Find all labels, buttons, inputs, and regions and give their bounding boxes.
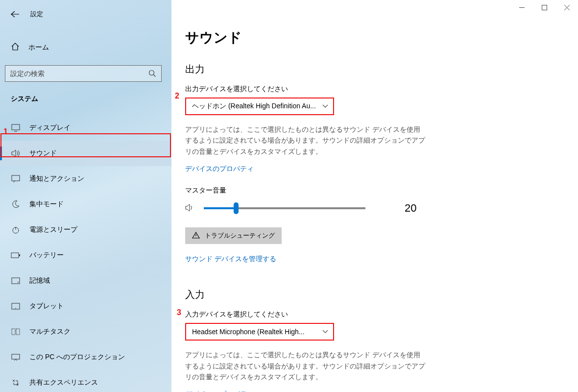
- power-icon: [11, 226, 21, 234]
- output-description: アプリによっては、ここで選択したものとは異なるサウンド デバイスを使用するように…: [185, 124, 425, 157]
- annotation-number-2: 2: [175, 92, 179, 100]
- annotation-number-1: 1: [3, 127, 8, 136]
- chevron-down-icon: [322, 330, 328, 334]
- input-description: アプリによっては、ここで選択したものとは異なるサウンド デバイスを使用するように…: [185, 349, 425, 382]
- sidebar-item-label: 記憶域: [29, 276, 50, 285]
- volume-slider[interactable]: [204, 207, 365, 209]
- sidebar-item-display[interactable]: ディスプレイ: [0, 115, 171, 141]
- page-title: サウンド: [185, 28, 578, 47]
- output-device-label: 出力デバイスを選択してください: [185, 85, 578, 94]
- annotation-number-3: 3: [177, 308, 181, 317]
- sidebar-item-label: マルチタスク: [29, 327, 71, 336]
- svg-rect-6: [11, 253, 19, 258]
- svg-rect-4: [12, 175, 20, 181]
- sidebar-item-label: この PC へのプロジェクション: [29, 353, 125, 362]
- input-device-value: Headset Microphone (Realtek High...: [192, 328, 305, 336]
- maximize-button[interactable]: [533, 0, 555, 15]
- sidebar-item-label: 共有エクスペリエンス: [29, 378, 98, 387]
- svg-point-2: [149, 71, 154, 75]
- sidebar-item-label: バッテリー: [29, 251, 64, 260]
- sidebar-item-label: 電源とスリープ: [29, 225, 77, 234]
- share-icon: [11, 379, 21, 387]
- speaker-icon[interactable]: [185, 203, 200, 214]
- sidebar-item-power[interactable]: 電源とスリープ: [0, 217, 171, 243]
- tablet-icon: [11, 303, 21, 310]
- home-icon: [11, 42, 20, 52]
- svg-rect-8: [12, 278, 20, 284]
- home-label: ホーム: [28, 43, 49, 52]
- output-heading: 出力: [185, 63, 578, 76]
- output-device-value: ヘッドホン (Realtek High Definition Au...: [192, 102, 316, 111]
- master-volume-label: マスター音量: [185, 186, 578, 195]
- back-arrow-icon[interactable]: [11, 11, 20, 18]
- close-button[interactable]: [555, 0, 578, 15]
- warning-icon: [192, 232, 200, 240]
- troubleshoot-label: トラブルシューティング: [205, 231, 275, 240]
- sound-icon: [11, 149, 21, 157]
- main-content: サウンド 出力 出力デバイスを選択してください ヘッドホン (Realtek H…: [171, 0, 578, 392]
- sidebar-item-label: 集中モード: [29, 200, 64, 209]
- sidebar: 設定 ホーム システム ディスプレイ サウンド: [0, 0, 171, 392]
- multitask-icon: [11, 328, 21, 335]
- input-device-select[interactable]: Headset Microphone (Realtek High...: [185, 323, 334, 341]
- svg-rect-14: [12, 354, 20, 359]
- sidebar-item-label: タブレット: [29, 302, 64, 311]
- svg-rect-13: [16, 329, 20, 335]
- troubleshoot-button[interactable]: トラブルシューティング: [185, 227, 282, 244]
- sidebar-item-label: ディスプレイ: [29, 123, 71, 132]
- category-header: システム: [0, 82, 171, 110]
- sidebar-item-tablet[interactable]: タブレット: [0, 294, 171, 319]
- slider-fill: [204, 207, 236, 209]
- search-field[interactable]: [10, 70, 148, 77]
- chevron-down-icon: [322, 104, 328, 108]
- search-icon: [148, 70, 156, 77]
- sidebar-item-projection[interactable]: この PC へのプロジェクション: [0, 344, 171, 370]
- sidebar-item-multitask[interactable]: マルチタスク: [0, 319, 171, 344]
- sidebar-item-storage[interactable]: 記憶域: [0, 268, 171, 294]
- svg-rect-7: [19, 254, 20, 256]
- sidebar-item-battery[interactable]: バッテリー: [0, 243, 171, 268]
- svg-point-11: [15, 308, 16, 309]
- input-heading: 入力: [185, 288, 578, 301]
- svg-rect-3: [12, 124, 20, 130]
- battery-icon: [11, 252, 21, 258]
- sidebar-item-focus[interactable]: 集中モード: [0, 192, 171, 217]
- window-controls: [510, 0, 578, 15]
- sidebar-item-notifications[interactable]: 通知とアクション: [0, 166, 171, 192]
- moon-icon: [11, 200, 21, 208]
- svg-rect-1: [542, 5, 547, 10]
- sidebar-item-sound[interactable]: サウンド: [0, 141, 171, 166]
- storage-icon: [11, 277, 21, 284]
- notifications-icon: [11, 175, 21, 183]
- input-device-properties-link[interactable]: デバイスのプロパティ: [185, 390, 254, 392]
- input-device-label: 入力デバイスを選択してください: [185, 310, 578, 319]
- sidebar-item-label: 通知とアクション: [29, 174, 84, 183]
- projection-icon: [11, 354, 21, 361]
- manage-sound-devices-link[interactable]: サウンド デバイスを管理する: [185, 255, 276, 264]
- svg-point-9: [18, 282, 19, 283]
- output-device-select[interactable]: ヘッドホン (Realtek High Definition Au...: [185, 98, 334, 115]
- minimize-button[interactable]: [510, 0, 533, 15]
- slider-thumb[interactable]: [234, 202, 239, 214]
- sidebar-item-label: サウンド: [29, 149, 57, 158]
- display-icon: [11, 124, 21, 132]
- svg-rect-12: [12, 329, 15, 335]
- home-button[interactable]: ホーム: [0, 38, 171, 56]
- sidebar-item-shared-experiences[interactable]: 共有エクスペリエンス: [0, 370, 171, 392]
- svg-rect-0: [519, 7, 525, 8]
- volume-value: 20: [405, 202, 416, 215]
- window-title: 設定: [30, 10, 43, 19]
- search-input[interactable]: [5, 65, 162, 82]
- output-device-properties-link[interactable]: デバイスのプロパティ: [185, 165, 254, 173]
